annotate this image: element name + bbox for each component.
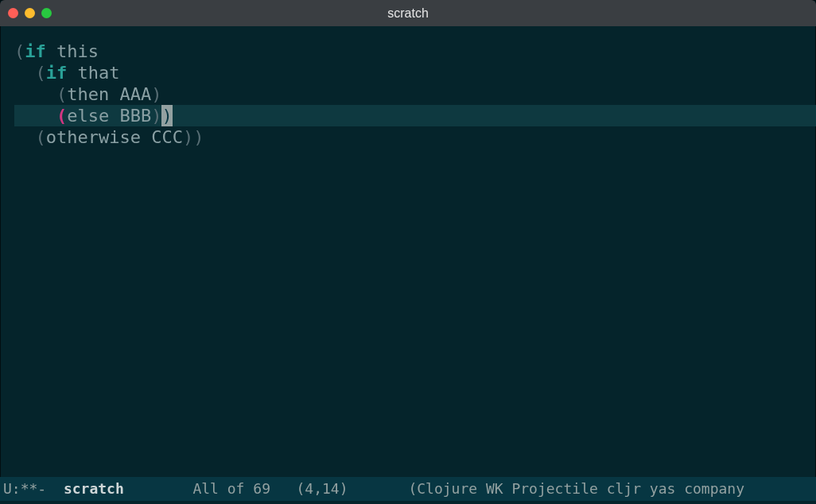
code-token: then AAA: [67, 84, 151, 104]
code-token: (: [36, 127, 46, 147]
code-line[interactable]: (if that: [14, 62, 816, 83]
code-token: otherwise CCC: [46, 127, 183, 147]
cursor: ): [161, 105, 172, 126]
minibuffer[interactable]: [0, 501, 816, 504]
code-token: ): [193, 127, 204, 147]
traffic-lights: [0, 8, 52, 18]
zoom-icon[interactable]: [41, 8, 52, 18]
minimize-icon[interactable]: [25, 8, 35, 18]
code-line[interactable]: (then AAA): [14, 83, 816, 105]
close-icon[interactable]: [8, 8, 18, 18]
code-token: (: [56, 84, 67, 104]
code-token: if: [25, 41, 46, 61]
modeline-buffer-name: scratch: [64, 480, 124, 497]
window-title: scratch: [0, 6, 816, 21]
modeline-position: All of 69: [192, 480, 270, 497]
titlebar: scratch: [0, 0, 816, 26]
code-line[interactable]: (if this: [14, 41, 816, 62]
code-token: ): [151, 106, 161, 126]
code-token: else BBB: [67, 106, 151, 126]
code-line[interactable]: (else BBB)): [14, 105, 816, 126]
code-line[interactable]: (otherwise CCC)): [14, 126, 816, 148]
text-editor[interactable]: (if this (if that (then AAA) (else BBB))…: [0, 26, 816, 477]
code-token: (: [36, 63, 46, 83]
code-token: (: [56, 106, 67, 126]
code-token: that: [67, 63, 119, 83]
code-token: if: [46, 63, 68, 83]
code-token: (: [14, 41, 25, 61]
mode-line: U:**- scratch All of 69 (4,14) (Clojure …: [0, 477, 816, 501]
modeline-modes: (Clojure WK Projectile cljr yas company: [408, 480, 744, 497]
modeline-coords: (4,14): [297, 480, 348, 497]
code-token: ): [151, 84, 161, 104]
modeline-status: U:**-: [3, 480, 46, 497]
code-token: this: [46, 41, 99, 61]
editor-window: scratch (if this (if that (then AAA) (el…: [0, 0, 816, 504]
code-token: ): [183, 127, 193, 147]
